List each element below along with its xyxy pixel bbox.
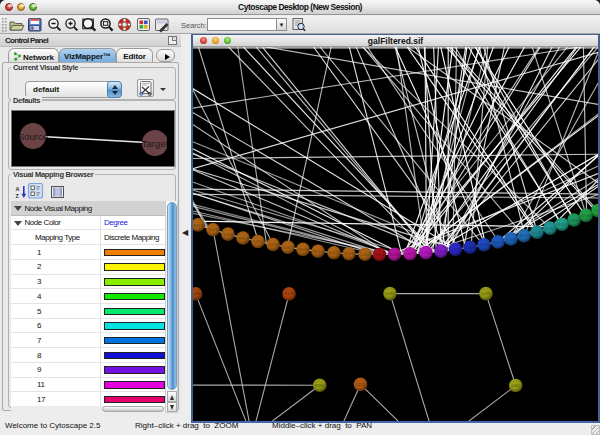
svg-text:R109: R109 xyxy=(344,252,353,256)
svg-text:L030: L030 xyxy=(386,292,394,296)
svg-text:R175: R175 xyxy=(285,292,294,296)
svg-text:Source: Source xyxy=(17,131,47,142)
svg-text:L048: L048 xyxy=(193,292,200,296)
svg-text:R175: R175 xyxy=(208,228,217,232)
svg-text:L011: L011 xyxy=(512,384,520,388)
svg-text:038W: 038W xyxy=(569,218,579,222)
svg-text:Y168: Y168 xyxy=(466,245,475,249)
svg-text:R182: R182 xyxy=(315,383,324,387)
svg-text:R350: R350 xyxy=(238,236,247,240)
svg-text:L076: L076 xyxy=(451,247,459,251)
svg-text:L075: L075 xyxy=(269,243,277,247)
svg-text:R90: R90 xyxy=(595,209,598,213)
svg-text:R131: R131 xyxy=(557,222,566,226)
svg-text:R412: R412 xyxy=(519,234,528,238)
svg-text:L223: L223 xyxy=(482,292,490,296)
svg-text:L124: L124 xyxy=(422,251,430,255)
svg-text:L211: L211 xyxy=(356,382,364,386)
svg-text:L092: L092 xyxy=(254,240,262,244)
svg-text:L101: L101 xyxy=(361,252,369,256)
svg-text:090W: 090W xyxy=(581,214,591,218)
svg-text:L079: L079 xyxy=(480,243,488,247)
svg-text:YKL1: YKL1 xyxy=(375,253,384,257)
svg-text:L154: L154 xyxy=(330,251,338,255)
svg-text:Target: Target xyxy=(141,138,166,149)
svg-text:A: A xyxy=(16,186,20,192)
svg-text:R163: R163 xyxy=(193,223,202,227)
svg-text:L068: L068 xyxy=(507,237,515,241)
svg-text:R120: R120 xyxy=(390,252,399,256)
svg-text:L067: L067 xyxy=(284,245,292,249)
svg-text:L035: L035 xyxy=(533,230,541,234)
svg-text:R167: R167 xyxy=(436,249,445,253)
svg-text:R038: R038 xyxy=(298,248,307,252)
svg-text:L052: L052 xyxy=(224,232,232,236)
svg-text:R114: R114 xyxy=(314,249,323,253)
svg-text:L039: L039 xyxy=(406,252,414,256)
svg-text:Z: Z xyxy=(16,193,20,199)
svg-text:L106: L106 xyxy=(546,226,554,230)
svg-text:R022: R022 xyxy=(493,240,502,244)
